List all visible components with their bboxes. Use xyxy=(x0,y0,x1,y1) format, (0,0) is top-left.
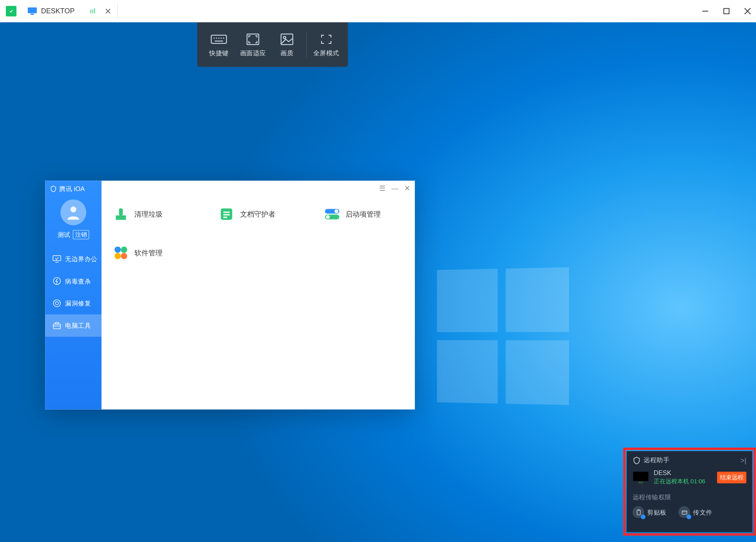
clipboard-icon xyxy=(633,506,644,518)
svg-rect-22 xyxy=(53,324,60,329)
svg-rect-1 xyxy=(31,14,34,15)
file-transfer-icon xyxy=(678,506,690,518)
assistant-collapse-button[interactable]: >| xyxy=(740,456,746,464)
nav-computer-tools[interactable]: 电脑工具 xyxy=(45,314,101,337)
svg-point-16 xyxy=(71,206,76,212)
remote-device-name: DESK xyxy=(654,469,705,476)
tab-close-button[interactable]: ✕ xyxy=(105,6,112,16)
svg-rect-40 xyxy=(638,482,643,483)
svg-rect-0 xyxy=(28,7,37,13)
remote-status: 正在远程本机 01:06 xyxy=(654,477,705,486)
nav-virus-scan[interactable]: 病毒查杀 xyxy=(45,270,101,292)
end-remote-button[interactable]: 结束远程 xyxy=(717,472,747,483)
permission-file-transfer[interactable]: 传文件 xyxy=(678,506,713,518)
svg-rect-26 xyxy=(119,208,123,215)
svg-rect-25 xyxy=(116,215,126,220)
ioa-close-button[interactable]: ✕ xyxy=(404,184,410,192)
svg-point-32 xyxy=(335,210,338,213)
ioa-main-panel: ☰ — ✕ 清理垃圾 文档守护者 启动项管理 xyxy=(101,181,415,409)
minimize-button[interactable] xyxy=(700,6,711,16)
broom-icon xyxy=(113,206,128,222)
svg-point-35 xyxy=(114,246,121,253)
target-icon xyxy=(52,298,61,308)
svg-rect-39 xyxy=(633,472,648,481)
svg-point-34 xyxy=(326,215,330,219)
image-icon xyxy=(279,32,295,46)
fullscreen-icon xyxy=(318,32,335,46)
document-icon xyxy=(219,206,234,222)
ioa-minimize-button[interactable]: — xyxy=(391,184,398,192)
ioa-app-title: 腾讯 iOA xyxy=(45,181,101,197)
remote-desktop-viewport[interactable]: 快捷键 画面适应 画质 全屏模式 腾讯 iOA xyxy=(0,22,756,542)
svg-point-15 xyxy=(284,36,286,38)
app-shield-icon xyxy=(6,6,16,16)
toolbar-shortcut-button[interactable]: 快捷键 xyxy=(202,32,236,57)
svg-point-36 xyxy=(121,246,127,253)
ioa-sidebar: 腾讯 iOA 测试 注销 无边界办公 病毒查杀 xyxy=(45,181,101,409)
fit-icon xyxy=(245,32,261,46)
toolbox-icon xyxy=(52,321,61,330)
bolt-circle-icon xyxy=(52,276,61,286)
ioa-shield-icon xyxy=(50,185,57,192)
toolbar-separator xyxy=(306,32,307,58)
user-name: 测试 xyxy=(58,230,71,239)
svg-point-20 xyxy=(53,300,60,307)
toolbar-fit-button[interactable]: 画面适应 xyxy=(236,32,270,57)
remote-monitor-icon xyxy=(633,471,649,484)
svg-rect-3 xyxy=(724,9,729,14)
remote-toolbar: 快捷键 画面适应 画质 全屏模式 xyxy=(197,22,348,67)
assistant-title: 远程助手 xyxy=(644,456,669,464)
svg-point-37 xyxy=(114,253,121,259)
svg-rect-17 xyxy=(53,256,61,261)
user-avatar[interactable] xyxy=(60,199,86,225)
app-titlebar: DESKTOP ııl ✕ xyxy=(0,0,756,22)
monitor-check-icon xyxy=(52,254,61,264)
svg-rect-41 xyxy=(637,510,640,515)
maximize-button[interactable] xyxy=(721,6,732,16)
svg-rect-42 xyxy=(638,509,639,510)
signal-icon: ııl xyxy=(90,7,95,15)
ioa-menu-button[interactable]: ☰ xyxy=(379,184,385,192)
remote-assistant-panel: 远程助手 >| DESK 正在远程本机 01:06 结束远程 远程传输权限 xyxy=(627,451,752,532)
tab-title: DESKTOP xyxy=(41,7,75,15)
windows-logo xyxy=(437,267,569,405)
permission-clipboard[interactable]: 剪贴板 xyxy=(633,506,667,518)
ioa-app-window: 腾讯 iOA 测试 注销 无边界办公 病毒查杀 xyxy=(45,181,415,409)
tool-document-guard[interactable]: 文档守护者 xyxy=(219,206,289,222)
svg-point-21 xyxy=(55,302,58,305)
toolbar-fullscreen-button[interactable]: 全屏模式 xyxy=(309,32,343,57)
apps-icon xyxy=(113,245,128,260)
tool-software-manager[interactable]: 软件管理 xyxy=(113,245,184,260)
svg-rect-43 xyxy=(682,511,686,514)
assistant-shield-icon xyxy=(633,456,641,464)
nav-borderless-office[interactable]: 无边界办公 xyxy=(45,248,101,270)
permissions-title: 远程传输权限 xyxy=(633,493,747,501)
tool-clean-junk[interactable]: 清理垃圾 xyxy=(113,206,184,222)
highlight-annotation: 远程助手 >| DESK 正在远程本机 01:06 结束远程 远程传输权限 xyxy=(623,448,756,536)
connection-tab[interactable]: DESKTOP ııl ✕ xyxy=(22,3,118,19)
toolbar-quality-button[interactable]: 画质 xyxy=(270,32,304,57)
close-button[interactable] xyxy=(742,6,753,16)
svg-point-38 xyxy=(121,253,127,259)
svg-rect-23 xyxy=(55,322,58,324)
svg-rect-6 xyxy=(211,35,226,43)
keyboard-icon xyxy=(211,32,227,46)
logout-button[interactable]: 注销 xyxy=(73,230,89,239)
monitor-icon xyxy=(27,7,38,15)
nav-vulnerability-fix[interactable]: 漏洞修复 xyxy=(45,292,101,314)
toggle-icon xyxy=(324,206,340,222)
tool-startup-manager[interactable]: 启动项管理 xyxy=(324,206,395,222)
